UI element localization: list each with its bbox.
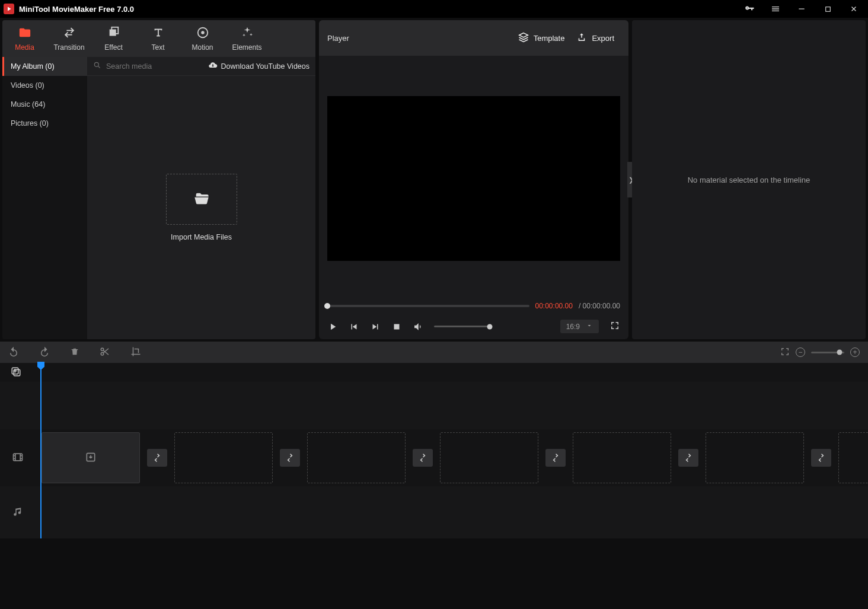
- stop-button[interactable]: [391, 321, 402, 332]
- album-videos[interactable]: Videos (0): [2, 76, 87, 95]
- fullscreen-button[interactable]: [609, 320, 620, 333]
- activate-key-button[interactable]: [739, 0, 760, 18]
- svg-rect-2: [109, 29, 116, 36]
- swap-icon: [63, 26, 76, 41]
- download-youtube-button[interactable]: Download YouTube Videos: [208, 60, 309, 72]
- download-youtube-label: Download YouTube Videos: [221, 62, 309, 71]
- tab-label: Effect: [104, 43, 122, 52]
- fit-timeline-button[interactable]: [780, 347, 790, 358]
- timeline-toolbar: − +: [0, 342, 868, 363]
- import-media-box[interactable]: [166, 174, 237, 225]
- tool-tabs: Media Transition Effect Text Motion Elem…: [2, 20, 315, 57]
- music-icon: [12, 506, 23, 519]
- media-content: Download YouTube Videos Import Media Fil…: [87, 57, 315, 339]
- play-button[interactable]: [327, 321, 338, 332]
- download-icon: [85, 451, 97, 465]
- tab-label: Transition: [53, 43, 84, 52]
- redo-button[interactable]: [39, 346, 50, 359]
- export-button[interactable]: Export: [570, 32, 620, 44]
- clip-slot[interactable]: [706, 432, 804, 483]
- tab-media[interactable]: Media: [2, 20, 47, 57]
- album-music[interactable]: Music (64): [2, 95, 87, 114]
- film-icon: [12, 451, 24, 465]
- tab-text[interactable]: Text: [136, 20, 180, 57]
- tab-effect[interactable]: Effect: [91, 20, 136, 57]
- aspect-ratio-select[interactable]: 16:9: [560, 320, 599, 333]
- menu-button[interactable]: [765, 0, 786, 18]
- album-label: My Album (0): [11, 62, 55, 71]
- close-button[interactable]: [843, 0, 864, 18]
- svg-rect-13: [14, 454, 23, 461]
- video-preview[interactable]: [327, 96, 620, 261]
- search-input[interactable]: [105, 62, 188, 71]
- tab-motion[interactable]: Motion: [180, 20, 225, 57]
- template-icon: [518, 32, 529, 44]
- next-frame-button[interactable]: [370, 321, 381, 332]
- search-icon: [93, 61, 101, 71]
- media-topbar: Download YouTube Videos: [87, 57, 315, 76]
- zoom-out-button[interactable]: −: [796, 347, 805, 357]
- undo-button[interactable]: [8, 346, 19, 359]
- video-track[interactable]: [0, 429, 868, 486]
- svg-line-7: [98, 66, 100, 68]
- delete-button[interactable]: [70, 347, 79, 358]
- app-title: MiniTool MovieMaker Free 7.0.0: [19, 5, 134, 14]
- svg-rect-0: [799, 8, 804, 9]
- volume-button[interactable]: [413, 321, 423, 332]
- chevron-down-icon: [586, 322, 593, 331]
- tab-label: Media: [15, 43, 34, 52]
- album-my-album[interactable]: My Album (0): [2, 57, 87, 76]
- playhead[interactable]: [40, 363, 42, 538]
- motion-icon: [196, 26, 209, 41]
- svg-point-6: [94, 62, 98, 66]
- title-bar: MiniTool MovieMaker Free 7.0.0: [0, 0, 868, 18]
- text-icon: [152, 26, 165, 41]
- tab-label: Motion: [192, 43, 213, 52]
- transition-slot[interactable]: [545, 449, 566, 467]
- clip-slot[interactable]: [440, 432, 538, 483]
- prev-frame-button[interactable]: [349, 321, 359, 332]
- sparkle-icon: [241, 26, 254, 41]
- template-button[interactable]: Template: [512, 32, 571, 44]
- timeline-ruler[interactable]: [0, 363, 868, 382]
- volume-slider[interactable]: [434, 326, 490, 327]
- text-track[interactable]: [0, 382, 868, 429]
- import-media-label: Import Media Files: [171, 233, 232, 241]
- zoom-in-button[interactable]: +: [850, 347, 860, 357]
- cloud-download-icon: [208, 60, 218, 72]
- app-logo: [4, 4, 14, 14]
- export-icon: [576, 32, 587, 44]
- album-label: Pictures (0): [11, 119, 49, 127]
- transition-slot[interactable]: [280, 449, 300, 467]
- svg-rect-8: [394, 324, 400, 329]
- layers-icon: [107, 26, 120, 41]
- svg-point-5: [201, 31, 205, 34]
- transition-slot[interactable]: [811, 449, 831, 467]
- album-label: Music (64): [11, 100, 45, 109]
- clip-slot[interactable]: [174, 432, 273, 483]
- audio-track[interactable]: [0, 486, 868, 538]
- zoom-slider[interactable]: [811, 352, 844, 353]
- maximize-button[interactable]: [817, 0, 838, 18]
- album-pictures[interactable]: Pictures (0): [2, 114, 87, 133]
- tab-label: Elements: [232, 43, 261, 52]
- transition-slot[interactable]: [147, 449, 167, 467]
- clip-slot[interactable]: [42, 432, 140, 483]
- player-title: Player: [327, 34, 349, 43]
- add-track-button[interactable]: [11, 366, 21, 379]
- clip-slot[interactable]: [838, 432, 868, 483]
- media-drop-zone[interactable]: Import Media Files: [87, 76, 315, 339]
- clip-slot[interactable]: [307, 432, 406, 483]
- tab-transition[interactable]: Transition: [47, 20, 91, 57]
- transition-slot[interactable]: [678, 449, 698, 467]
- clip-slot[interactable]: [573, 432, 671, 483]
- export-label: Export: [592, 34, 614, 43]
- minimize-button[interactable]: [791, 0, 812, 18]
- album-sidebar: My Album (0) Videos (0) Music (64) Pictu…: [2, 57, 87, 339]
- tab-elements[interactable]: Elements: [225, 20, 269, 57]
- time-current: 00:00:00.00: [535, 302, 573, 310]
- split-button[interactable]: [100, 346, 110, 359]
- progress-bar[interactable]: [327, 305, 529, 307]
- crop-button[interactable]: [130, 346, 141, 359]
- transition-slot[interactable]: [413, 449, 433, 467]
